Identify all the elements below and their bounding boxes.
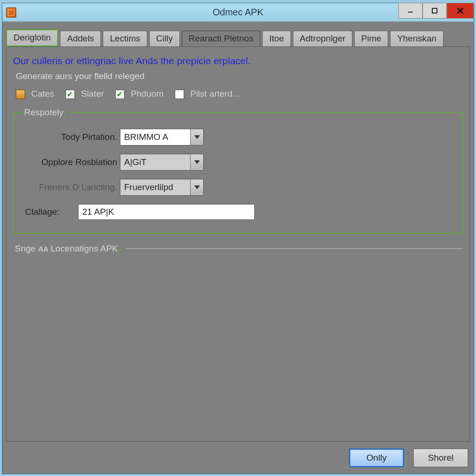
checkbox-icon: ✔: [175, 90, 184, 99]
tab-pime[interactable]: Pime: [354, 31, 388, 46]
chevron-down-icon[interactable]: [190, 154, 203, 170]
frenere-value: Fruerverlilpd: [120, 179, 190, 195]
info-icon: ▯: [66, 109, 69, 117]
frenere-label: Frenere.D Laricting.: [22, 182, 120, 192]
slater-item[interactable]: ✔ Slater: [66, 89, 104, 99]
respotely-fieldset: Respotely▯ Tody Pirtation. BRIMMO A Oppl…: [13, 107, 463, 234]
tab-bar: Deriglotin Addels Lectims Cilly Rearacti…: [2, 22, 474, 46]
checkbox-icon: ✔: [66, 90, 75, 99]
clallage-label: Clallage:: [22, 207, 78, 217]
svg-rect-1: [432, 8, 437, 13]
tab-adtropnlger[interactable]: Adtropnlger: [293, 31, 352, 46]
clallage-input[interactable]: [78, 204, 255, 220]
content-subheading: Generate aurs your flelld releged: [16, 71, 463, 81]
tab-yhenskan[interactable]: Yhenskan: [390, 31, 443, 46]
opplore-value: A|GiT: [120, 154, 190, 170]
chevron-down-icon[interactable]: [190, 179, 203, 195]
pilst-item[interactable]: ✔ Pilst arterd…: [175, 89, 241, 99]
tab-content: Our culleris or ettingriac live Ands the…: [6, 46, 470, 442]
opplore-combo[interactable]: A|GiT: [120, 154, 204, 171]
tab-lectims[interactable]: Lectims: [103, 31, 147, 46]
tody-combo[interactable]: BRIMMO A: [120, 129, 204, 145]
tody-value: BRIMMO A: [120, 129, 190, 145]
frenere-combo[interactable]: Fruerverlilpd: [120, 179, 204, 196]
svg-marker-5: [194, 160, 200, 164]
content-heading: Our culleris or ettingriac live Ands the…: [13, 55, 463, 66]
svg-marker-6: [194, 185, 200, 189]
cates-item[interactable]: Cates: [16, 89, 54, 99]
tab-rearacti-pletnos[interactable]: Rearacti Pletnos: [182, 31, 260, 47]
opplore-row: Opplore Rosbiation A|GiT: [22, 154, 454, 171]
tody-row: Tody Pirtation. BRIMMO A: [22, 129, 454, 145]
tab-cilly[interactable]: Cilly: [149, 31, 180, 46]
svg-marker-4: [194, 135, 200, 139]
chevron-down-icon[interactable]: [190, 129, 203, 145]
titlebar: Odmec APK: [2, 3, 474, 22]
maximize-button[interactable]: [423, 3, 447, 19]
phduom-item[interactable]: ✔ Phduom: [115, 89, 164, 99]
respotely-legend: Respotely▯: [22, 107, 71, 118]
locations-legend: Snge ᴀᴀ Locenatigns APK▯: [13, 243, 126, 254]
folder-icon: [16, 90, 25, 99]
footer-buttons: Onlly Shorel: [349, 449, 468, 467]
slater-label: Slater: [81, 89, 104, 99]
tab-addels[interactable]: Addels: [60, 31, 101, 46]
pilst-label: Pilst arterd…: [190, 89, 241, 99]
checkbox-icon: ✔: [115, 90, 125, 99]
tab-itoe[interactable]: Itoe: [262, 31, 291, 46]
frenere-row: Frenere.D Laricting. Fruerverlilpd: [22, 179, 454, 196]
opplore-label: Opplore Rosbiation: [22, 157, 120, 167]
window-buttons: [398, 3, 474, 21]
phduom-label: Phduom: [131, 89, 164, 99]
locations-fieldset: Snge ᴀᴀ Locenatigns APK▯: [13, 243, 463, 254]
close-button[interactable]: [447, 3, 474, 19]
only-button[interactable]: Onlly: [349, 449, 404, 467]
minimize-button[interactable]: [398, 3, 423, 19]
shorel-button[interactable]: Shorel: [413, 449, 468, 467]
tab-deriglotin[interactable]: Deriglotin: [6, 29, 58, 46]
clallage-row: Clallage:: [22, 204, 454, 220]
checkbox-row: Cates ✔ Slater ✔ Phduom ✔ Pilst arterd…: [16, 89, 463, 99]
cates-label: Cates: [31, 89, 54, 99]
tody-label: Tody Pirtation.: [22, 132, 120, 142]
info-icon: ▯: [120, 245, 124, 253]
app-window: Odmec APK Deriglotin Addels Lectims Cill…: [2, 3, 474, 474]
